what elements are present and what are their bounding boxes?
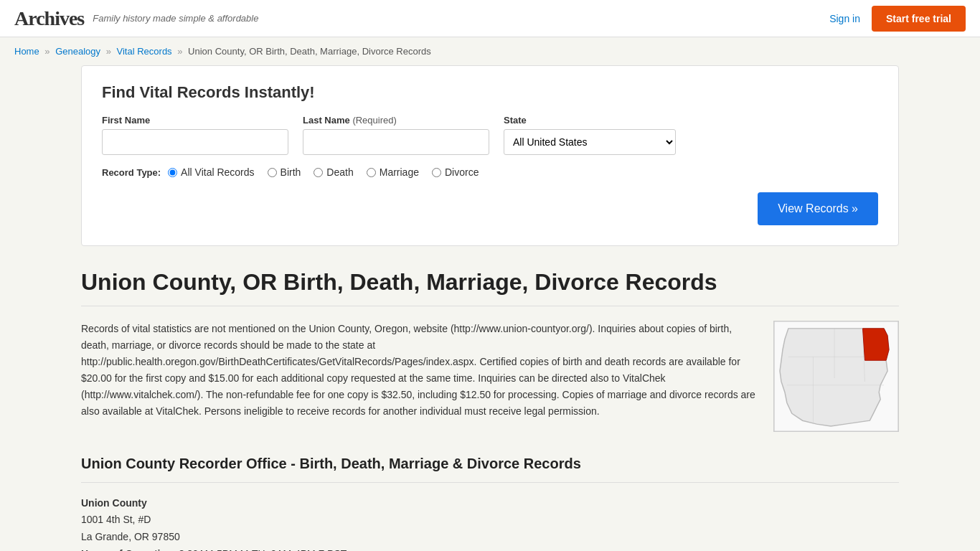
radio-all[interactable] bbox=[168, 168, 177, 177]
state-group: State All United StatesAlabamaAlaskaAriz… bbox=[504, 115, 676, 155]
map-container bbox=[773, 321, 899, 434]
radio-option-all[interactable]: All Vital Records bbox=[168, 166, 254, 178]
radio-options: All Vital RecordsBirthDeathMarriageDivor… bbox=[168, 166, 479, 178]
main-content: Find Vital Records Instantly! First Name… bbox=[67, 65, 913, 551]
radio-option-marriage[interactable]: Marriage bbox=[367, 166, 419, 178]
radio-option-birth[interactable]: Birth bbox=[268, 166, 301, 178]
first-name-group: First Name bbox=[102, 115, 288, 155]
view-records-button[interactable]: View Records » bbox=[758, 192, 878, 225]
site-tagline: Family history made simple & affordable bbox=[93, 13, 258, 24]
radio-label-death: Death bbox=[326, 166, 353, 178]
logo-text: Archives bbox=[14, 7, 84, 29]
office-section-heading: Union County Recorder Office - Birth, De… bbox=[81, 456, 899, 472]
state-label: State bbox=[504, 115, 676, 126]
page-title: Union County, OR Birth, Death, Marriage,… bbox=[81, 263, 899, 296]
radio-marriage[interactable] bbox=[367, 168, 376, 177]
start-trial-button[interactable]: Start free trial bbox=[872, 6, 966, 32]
first-name-input[interactable] bbox=[102, 129, 288, 155]
breadcrumb-vital-records[interactable]: Vital Records bbox=[117, 46, 172, 57]
radio-label-all: All Vital Records bbox=[181, 166, 254, 178]
hours-label: Hours of Operation: bbox=[81, 548, 176, 551]
site-logo: Archives bbox=[14, 7, 84, 30]
svg-marker-7 bbox=[863, 329, 890, 360]
first-name-label: First Name bbox=[102, 115, 288, 126]
record-type-row: Record Type: All Vital RecordsBirthDeath… bbox=[102, 166, 878, 178]
office-address-line2: La Grande, OR 97850 bbox=[81, 529, 899, 546]
radio-label-birth: Birth bbox=[281, 166, 301, 178]
last-name-label: Last Name (Required) bbox=[303, 115, 489, 126]
office-info: Union County 1001 4th St, #D La Grande, … bbox=[81, 497, 899, 551]
breadcrumb-sep-1: » bbox=[44, 46, 50, 57]
breadcrumb-current: Union County, OR Birth, Death, Marriage,… bbox=[188, 46, 431, 57]
search-box: Find Vital Records Instantly! First Name… bbox=[81, 65, 899, 246]
last-name-input[interactable] bbox=[303, 129, 489, 155]
office-name: Union County bbox=[81, 497, 899, 509]
radio-birth[interactable] bbox=[268, 168, 277, 177]
search-fields: First Name Last Name (Required) State Al… bbox=[102, 115, 878, 155]
breadcrumb-sep-2: » bbox=[106, 46, 111, 57]
oregon-map-svg bbox=[773, 321, 899, 432]
section-divider bbox=[81, 482, 899, 483]
record-type-label: Record Type: bbox=[102, 167, 161, 178]
radio-option-death[interactable]: Death bbox=[314, 166, 353, 178]
breadcrumb: Home » Genealogy » Vital Records » Union… bbox=[0, 37, 980, 65]
radio-option-divorce[interactable]: Divorce bbox=[432, 166, 479, 178]
title-divider bbox=[81, 306, 899, 306]
breadcrumb-home[interactable]: Home bbox=[14, 46, 39, 57]
radio-label-divorce: Divorce bbox=[445, 166, 479, 178]
office-address: 1001 4th St, #D La Grande, OR 97850 Hour… bbox=[81, 512, 899, 551]
content-area: Records of vital statistics are not ment… bbox=[81, 321, 899, 434]
search-title: Find Vital Records Instantly! bbox=[102, 83, 878, 102]
breadcrumb-genealogy[interactable]: Genealogy bbox=[55, 46, 100, 57]
radio-divorce[interactable] bbox=[432, 168, 441, 177]
office-address-line1: 1001 4th St, #D bbox=[81, 512, 899, 529]
hours-value: 8:30AM-5PM M-TH; 9AM-4PM F PST bbox=[179, 548, 347, 551]
header: Archives Family history made simple & af… bbox=[0, 0, 980, 37]
breadcrumb-sep-3: » bbox=[177, 46, 182, 57]
header-left: Archives Family history made simple & af… bbox=[14, 7, 258, 30]
radio-death[interactable] bbox=[314, 168, 323, 177]
search-actions: View Records » bbox=[102, 192, 878, 225]
state-select[interactable]: All United StatesAlabamaAlaskaArizonaArk… bbox=[504, 129, 676, 155]
content-text: Records of vital statistics are not ment… bbox=[81, 321, 756, 434]
sign-in-link[interactable]: Sign in bbox=[829, 13, 860, 24]
office-hours: Hours of Operation: 8:30AM-5PM M-TH; 9AM… bbox=[81, 546, 899, 551]
header-right: Sign in Start free trial bbox=[829, 6, 966, 32]
radio-label-marriage: Marriage bbox=[380, 166, 419, 178]
last-name-group: Last Name (Required) bbox=[303, 115, 489, 155]
